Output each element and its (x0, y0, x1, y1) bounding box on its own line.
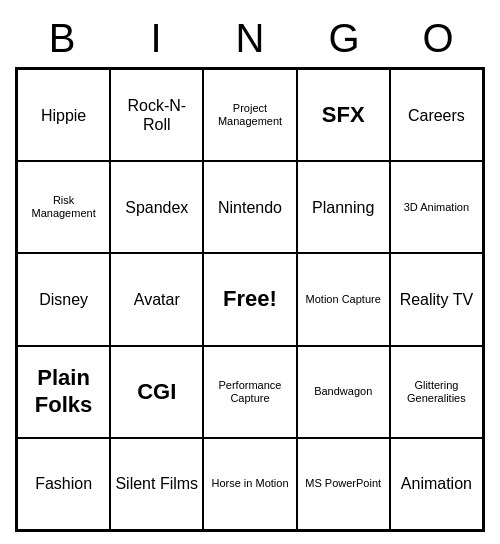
bingo-cell-20[interactable]: Fashion (17, 438, 110, 530)
cell-text-13: Motion Capture (306, 293, 381, 306)
cell-text-24: Animation (401, 474, 472, 493)
cell-text-8: Planning (312, 198, 374, 217)
cell-text-9: 3D Animation (404, 201, 469, 214)
bingo-cell-24[interactable]: Animation (390, 438, 483, 530)
bingo-header: B I N G O (15, 12, 485, 65)
bingo-cell-5[interactable]: Risk Management (17, 161, 110, 253)
cell-text-4: Careers (408, 106, 465, 125)
cell-text-7: Nintendo (218, 198, 282, 217)
cell-text-19: Glittering Generalities (395, 379, 478, 405)
bingo-cell-22[interactable]: Horse in Motion (203, 438, 296, 530)
bingo-cell-6[interactable]: Spandex (110, 161, 203, 253)
bingo-cell-9[interactable]: 3D Animation (390, 161, 483, 253)
bingo-cell-4[interactable]: Careers (390, 69, 483, 161)
bingo-card: B I N G O HippieRock-N-RollProject Manag… (15, 12, 485, 532)
bingo-cell-11[interactable]: Avatar (110, 253, 203, 345)
bingo-cell-21[interactable]: Silent Films (110, 438, 203, 530)
cell-text-11: Avatar (134, 290, 180, 309)
cell-text-15: Plain Folks (22, 365, 105, 418)
bingo-cell-3[interactable]: SFX (297, 69, 390, 161)
bingo-cell-17[interactable]: Performance Capture (203, 346, 296, 438)
cell-text-18: Bandwagon (314, 385, 372, 398)
bingo-grid: HippieRock-N-RollProject ManagementSFXCa… (15, 67, 485, 532)
cell-text-17: Performance Capture (208, 379, 291, 405)
header-o: O (398, 16, 478, 61)
cell-text-12: Free! (223, 286, 277, 312)
bingo-cell-14[interactable]: Reality TV (390, 253, 483, 345)
bingo-cell-8[interactable]: Planning (297, 161, 390, 253)
header-n: N (210, 16, 290, 61)
cell-text-23: MS PowerPoint (305, 477, 381, 490)
cell-text-6: Spandex (125, 198, 188, 217)
cell-text-1: Rock-N-Roll (115, 96, 198, 134)
cell-text-10: Disney (39, 290, 88, 309)
bingo-cell-7[interactable]: Nintendo (203, 161, 296, 253)
cell-text-22: Horse in Motion (211, 477, 288, 490)
bingo-cell-13[interactable]: Motion Capture (297, 253, 390, 345)
cell-text-21: Silent Films (115, 474, 198, 493)
bingo-cell-2[interactable]: Project Management (203, 69, 296, 161)
bingo-cell-0[interactable]: Hippie (17, 69, 110, 161)
bingo-cell-19[interactable]: Glittering Generalities (390, 346, 483, 438)
cell-text-3: SFX (322, 102, 365, 128)
cell-text-0: Hippie (41, 106, 86, 125)
bingo-cell-18[interactable]: Bandwagon (297, 346, 390, 438)
bingo-cell-16[interactable]: CGI (110, 346, 203, 438)
header-g: G (304, 16, 384, 61)
cell-text-16: CGI (137, 379, 176, 405)
cell-text-14: Reality TV (400, 290, 474, 309)
bingo-cell-1[interactable]: Rock-N-Roll (110, 69, 203, 161)
cell-text-2: Project Management (208, 102, 291, 128)
bingo-cell-23[interactable]: MS PowerPoint (297, 438, 390, 530)
header-b: B (22, 16, 102, 61)
header-i: I (116, 16, 196, 61)
bingo-cell-15[interactable]: Plain Folks (17, 346, 110, 438)
bingo-cell-10[interactable]: Disney (17, 253, 110, 345)
cell-text-5: Risk Management (22, 194, 105, 220)
cell-text-20: Fashion (35, 474, 92, 493)
bingo-cell-12[interactable]: Free! (203, 253, 296, 345)
